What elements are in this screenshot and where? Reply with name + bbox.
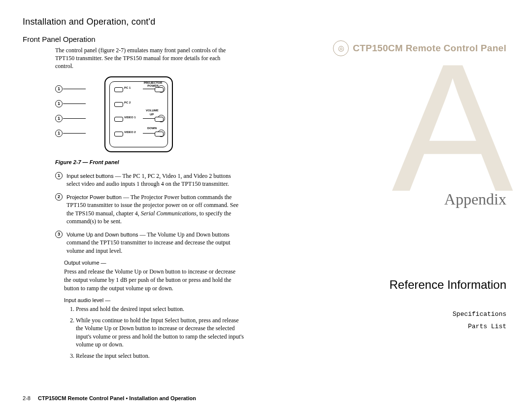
desc-item-2: 2 Projector Power button — The Projector… bbox=[55, 193, 242, 226]
label-video1: VIDEO 1 bbox=[124, 116, 136, 119]
step-2: While you continue to hold the Input Sel… bbox=[76, 316, 247, 349]
btn-video2 bbox=[114, 132, 123, 137]
desc-ital-2: Serial Communications bbox=[141, 210, 197, 217]
desc-num-1: 1 bbox=[55, 172, 63, 179]
desc-text-2: Projector Power button — The Projector P… bbox=[66, 193, 242, 226]
intro-paragraph: The control panel (figure 2-7) emulates … bbox=[55, 46, 233, 70]
appendix-contents: Specifications Parts List bbox=[281, 308, 506, 333]
callout-line bbox=[63, 133, 86, 134]
section-heading: Front Panel Operation bbox=[23, 35, 247, 43]
brand-logo-icon: ◎ bbox=[333, 40, 349, 56]
desc-item-1: 1 Input select buttons — The PC 1, PC 2,… bbox=[55, 172, 242, 188]
appendix-label: Appendix bbox=[444, 190, 506, 208]
footer-text: CTP150CM Remote Control Panel • Installa… bbox=[38, 395, 196, 401]
right-page: ◎ CTP150CM Remote Control Panel A Append… bbox=[266, 0, 532, 411]
figure-caption: Figure 2-7 — Front panel bbox=[55, 159, 247, 165]
desc-bold-3: Volume Up and Down buttons bbox=[66, 232, 138, 238]
btn-video1 bbox=[114, 117, 123, 122]
label-video2: VIDEO 2 bbox=[124, 131, 136, 134]
callout-line bbox=[63, 118, 86, 119]
desc-num-2: 2 bbox=[55, 193, 63, 201]
step-3: Release the input select button. bbox=[76, 352, 247, 360]
label-pc1: PC 1 bbox=[124, 86, 131, 89]
desc-num-3: 3 bbox=[55, 231, 63, 238]
step-1: Press and hold the desired input select … bbox=[76, 305, 247, 313]
btn-pc2 bbox=[114, 102, 123, 107]
appendix-graphic: A Appendix bbox=[281, 71, 506, 248]
callout-1-left: 1 bbox=[55, 115, 63, 122]
footer-left: 2-8 CTP150CM Remote Control Panel • Inst… bbox=[23, 395, 196, 401]
document-spread: Installation and Operation, cont'd Front… bbox=[0, 0, 532, 411]
btn-pc1 bbox=[114, 87, 123, 92]
parts-list-link: Parts List bbox=[281, 321, 506, 333]
desc-bold-1: Input select buttons bbox=[66, 173, 113, 179]
specifications-link: Specifications bbox=[281, 308, 506, 321]
desc-text-3: Volume Up and Down buttons — The Volume … bbox=[66, 231, 242, 255]
label-volume: VOLUME bbox=[146, 109, 159, 112]
left-page: Installation and Operation, cont'd Front… bbox=[0, 0, 266, 411]
label-pc2: PC 2 bbox=[124, 101, 131, 104]
output-volume-para: Press and release the Volume Up or Down … bbox=[64, 268, 241, 292]
figure-front-panel: 1 1 1 1 2 3 3 PC 1 bbox=[55, 76, 247, 165]
callout-1-left: 1 bbox=[55, 100, 63, 107]
btn-vol-up bbox=[155, 117, 164, 122]
panel-diagram: 1 1 1 1 2 3 3 PC 1 bbox=[55, 76, 188, 155]
footer-page-number: 2-8 bbox=[23, 395, 31, 401]
input-audio-label: Input audio level — bbox=[64, 297, 247, 303]
callout-1-left: 1 bbox=[55, 130, 63, 137]
output-volume-label: Output volume — bbox=[64, 260, 247, 266]
panel-outline: PC 1 PC 2 VIDEO 1 VIDEO 2 PROJECTOR POWE… bbox=[104, 76, 173, 152]
reference-information-heading: Reference Information bbox=[281, 278, 506, 292]
label-up: UP bbox=[150, 113, 154, 116]
callout-line bbox=[63, 89, 86, 89]
chapter-heading: Installation and Operation, cont'd bbox=[23, 17, 247, 27]
btn-vol-down bbox=[155, 132, 164, 137]
input-audio-steps: Press and hold the desired input select … bbox=[64, 305, 247, 360]
label-projpower: PROJECTOR POWER bbox=[144, 81, 162, 87]
label-down: DOWN bbox=[147, 127, 157, 130]
desc-text-1: Input select buttons — The PC 1, PC 2, V… bbox=[66, 172, 242, 188]
desc-item-3: 3 Volume Up and Down buttons — The Volum… bbox=[55, 231, 242, 255]
callout-line bbox=[63, 103, 86, 104]
desc-bold-2: Projector Power button bbox=[66, 194, 122, 200]
callout-1-left: 1 bbox=[55, 85, 63, 93]
btn-projector-power bbox=[155, 87, 164, 92]
